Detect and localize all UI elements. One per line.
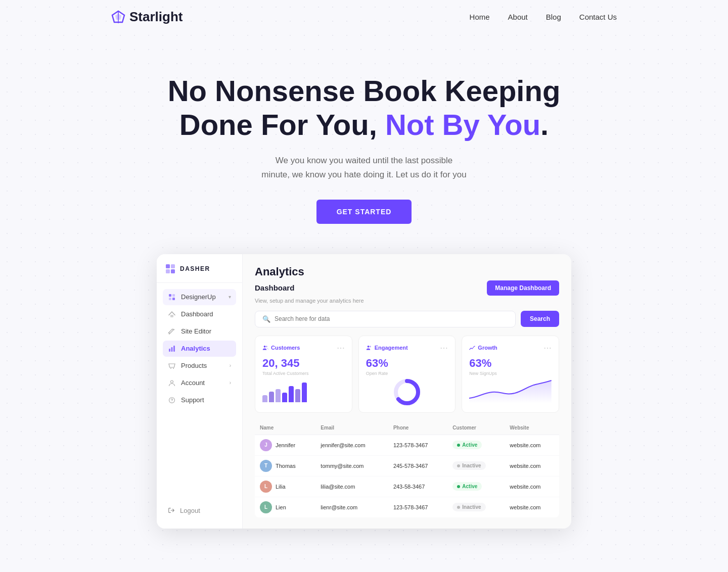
table-header: Name Email Phone Customer Website [255,421,559,435]
bar [282,393,287,402]
logo-icon [111,10,125,24]
search-input[interactable] [275,315,508,322]
svg-rect-12 [169,349,170,352]
sparkline-chart [469,378,552,403]
svg-point-22 [367,346,369,348]
dashboard-label: Dashboard [255,283,294,292]
sparkline-svg [469,378,552,403]
hero-line2-accent: Not By You [385,108,540,141]
customers-value: 20, 345 [262,357,345,370]
status-dot [457,464,460,467]
bar [289,386,294,402]
sidebar-item-dashboard[interactable]: Dashboard [163,306,236,322]
chevron-down-icon: ▾ [229,294,231,300]
sidebar-nav: DesignerUp ▾ Dashboard [157,283,242,409]
customers-sub: Total Active Customers [262,371,345,376]
cell-phone: 123-578-3467 [388,435,447,455]
status-dot [457,444,460,447]
avatar: J [260,439,272,451]
chevron-right-icon: › [230,363,231,368]
card-options-icon[interactable]: ⋯ [337,343,345,353]
nav-contact[interactable]: Contact Us [579,13,617,21]
analytics-icon [168,345,176,353]
cta-button[interactable]: GET STARTED [316,200,412,224]
svg-rect-7 [169,294,171,297]
nav-blog[interactable]: Blog [546,13,561,21]
engagement-icon [366,345,372,351]
cell-email: jennifer@site.com [315,435,388,455]
table-row: L Lilia lilia@site.com 243-58-3467 Activ… [255,476,559,497]
status-badge: Inactive [452,461,485,470]
hero-heading: No Nonsense Book Keeping Done For You, N… [10,74,718,141]
manage-dashboard-button[interactable]: Manage Dashboard [487,280,559,296]
hero-description: We you know you waited until the last po… [10,154,718,181]
logo[interactable]: Starlight [111,9,183,25]
avatar: T [260,460,272,472]
table-row: T Thomas tommy@site.com 245-578-3467 Ina… [255,455,559,476]
dashboard-icon [168,310,176,318]
search-bar: 🔍 Search [255,311,559,327]
sidebar-item-support[interactable]: Support [163,392,236,408]
search-button[interactable]: Search [521,311,559,327]
growth-sub: New SignUps [469,371,552,376]
designerup-icon [168,293,176,301]
cell-status: Active [447,435,505,455]
cell-phone: 245-578-3467 [388,455,447,476]
svg-point-21 [266,346,267,348]
metric-card-engagement: Engagement ⋯ 63% Open Rate [358,336,456,413]
status-badge: Inactive [452,503,485,511]
card-options-icon[interactable]: ⋯ [440,343,448,353]
cell-phone: 243-58-3467 [388,476,447,497]
sidebar-item-designerup[interactable]: DesignerUp ▾ [163,289,236,305]
cell-name: L Lien [255,497,315,517]
avatar: L [260,481,272,493]
sidebar-item-analytics[interactable]: Analytics [163,341,236,357]
logout-label: Logout [180,507,200,514]
search-input-wrap[interactable]: 🔍 [255,311,516,327]
hero-line2-prefix: Done For You, [179,108,385,141]
account-icon [168,379,176,387]
chevron-right-icon: › [230,380,231,386]
svg-rect-10 [172,298,175,300]
editor-icon [168,327,176,336]
cell-phone: 123-578-3467 [388,497,447,517]
svg-point-20 [264,346,266,348]
cell-email: lienr@site.com [315,497,388,517]
col-name: Name [255,421,315,435]
sidebar-item-label: Dashboard [181,310,213,318]
products-icon [168,362,176,370]
donut-svg [392,377,422,407]
sidebar-item-products[interactable]: Products › [163,358,236,374]
support-icon [168,396,176,404]
svg-point-15 [170,368,171,369]
svg-rect-4 [171,264,175,268]
engagement-sub: Open Rate [366,371,448,376]
sidebar-item-label: Support [181,396,204,404]
sidebar-item-label: Analytics [181,345,210,352]
nav-about[interactable]: About [508,13,528,21]
svg-point-23 [369,346,371,348]
card-options-icon[interactable]: ⋯ [543,343,552,353]
avatar: L [260,501,272,513]
svg-rect-11 [170,315,173,317]
nav-links: Home About Blog Contact Us [470,13,617,21]
cell-status: Inactive [447,455,505,476]
svg-rect-13 [171,347,173,352]
hero-line1: No Nonsense Book Keeping [168,74,561,107]
nav-home[interactable]: Home [470,13,490,21]
navbar: Starlight Home About Blog Contact Us [0,0,728,34]
cell-status: Inactive [447,497,505,517]
cell-name: J Jennifer [255,435,315,455]
sidebar-logout[interactable]: Logout [157,503,242,518]
main-content: Analytics Dashboard Manage Dashboard Vie… [243,254,571,529]
cell-email: tommy@site.com [315,455,388,476]
bar [295,389,300,402]
svg-rect-3 [166,264,170,268]
sidebar-item-account[interactable]: Account › [163,375,236,391]
sidebar-item-site-editor[interactable]: Site Editor [163,323,236,340]
svg-rect-9 [169,298,171,300]
sidebar-item-label: Account [181,379,205,387]
table-row: L Lien lienr@site.com 123-578-3467 Inact… [255,497,559,517]
sidebar-item-label: DesignerUp [181,293,216,301]
hero-line2-suffix: . [540,108,549,141]
